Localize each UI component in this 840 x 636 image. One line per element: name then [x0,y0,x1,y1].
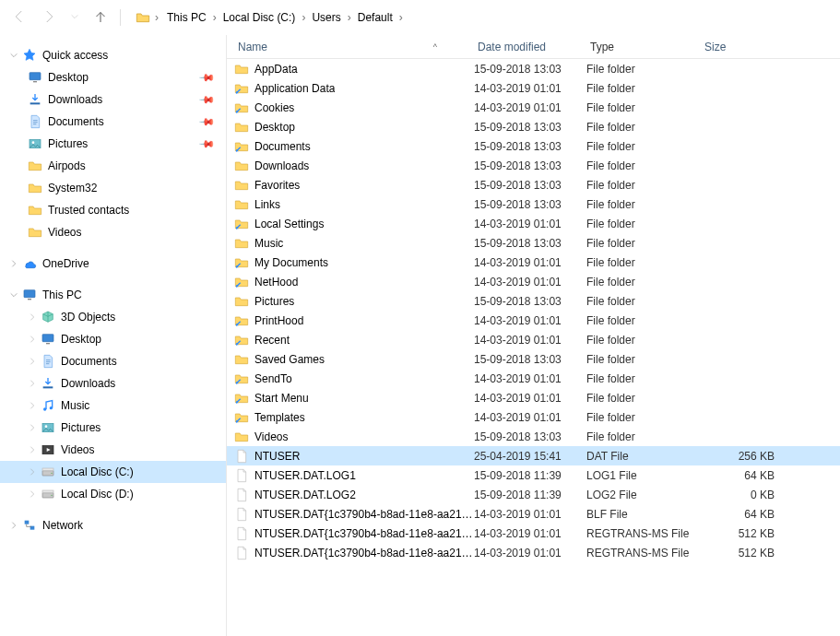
file-row[interactable]: Desktop15-09-2018 13:03File folder [227,117,840,136]
sidebar-item-label: Local Disc (C:) [59,465,134,478]
breadcrumb[interactable]: › This PC›Local Disc (C:)›Users›Default› [132,6,829,29]
caret-right-icon[interactable] [28,312,37,322]
file-pane: Name ^ Date modified Type Size AppData15… [227,35,840,636]
file-row[interactable]: NetHood14-03-2019 01:01File folder [227,272,840,291]
file-row[interactable]: NTUSER.DAT.LOG115-09-2018 11:39LOG1 File… [227,465,840,485]
sidebar-item[interactable]: Airpods [0,155,226,177]
sidebar-item[interactable]: Videos [0,439,226,461]
file-row[interactable]: Pictures15-09-2018 13:03File folder [227,291,840,311]
file-row[interactable]: NTUSER.DAT{1c3790b4-b8ad-11e8-aa21-...14… [227,543,840,562]
caret-right-icon[interactable] [9,259,18,268]
file-row[interactable]: Saved Games15-09-2018 13:03File folder [227,349,840,369]
file-name: SendTo [254,372,292,385]
file-row[interactable]: Start Menu14-03-2019 01:01File folder [227,388,840,407]
caret-down-icon[interactable] [9,290,18,300]
breadcrumb-item[interactable]: Local Disc (C:) [219,9,300,26]
sidebar-item[interactable]: Downloads [0,372,226,395]
file-row[interactable]: NTUSER.DAT.LOG215-09-2018 11:39LOG2 File… [227,485,840,504]
caret-right-icon[interactable] [28,423,37,432]
sidebar-item[interactable]: 3D Objects [0,306,226,328]
recent-menu[interactable] [70,11,79,24]
file-name: My Documents [254,256,328,269]
file-row[interactable]: NTUSER25-04-2019 15:41DAT File256 KB [227,446,840,465]
chevron-right-icon[interactable]: › [396,11,406,24]
file-row[interactable]: Local Settings14-03-2019 01:01File folde… [227,214,840,233]
caret-right-icon[interactable] [28,467,37,477]
breadcrumb-item[interactable]: Default [354,9,396,26]
chevron-right-icon[interactable]: › [345,11,354,24]
caret-right-icon[interactable] [9,521,18,530]
caret-right-icon[interactable] [28,489,37,499]
file-type: File folder [586,256,701,269]
file-list[interactable]: AppData15-09-2018 13:03File folderApplic… [227,59,840,562]
nav-buttons [11,8,109,28]
folder-icon [234,178,249,193]
sidebar-item[interactable]: Desktop [0,328,226,350]
chevron-right-icon[interactable]: › [152,11,161,24]
file-row[interactable]: Videos15-09-2018 13:03File folder [227,427,840,446]
back-button[interactable] [11,8,28,28]
file-name: NTUSER.DAT{1c3790b4-b8ad-11e8-aa21-... [254,527,474,540]
file-row[interactable]: Favorites15-09-2018 13:03File folder [227,175,840,194]
music-icon [41,398,55,413]
file-row[interactable]: My Documents14-03-2019 01:01File folder [227,253,840,272]
file-name: NTUSER.DAT.LOG1 [254,469,356,482]
desktop-icon [28,70,42,85]
sidebar-item[interactable]: Downloads📌 [0,88,226,111]
column-header-type[interactable]: Type [586,35,701,58]
file-row[interactable]: Templates14-03-2019 01:01File folder [227,407,840,427]
up-button[interactable] [92,8,109,28]
file-row[interactable]: Links15-09-2018 13:03File folder [227,194,840,214]
sidebar-quick-access[interactable]: Quick access [0,44,226,66]
chevron-right-icon[interactable]: › [210,11,219,24]
caret-right-icon[interactable] [28,401,37,410]
sidebar-network[interactable]: Network [0,514,226,536]
file-row[interactable]: SendTo14-03-2019 01:01File folder [227,369,840,388]
svg-rect-2 [30,102,41,104]
sidebar-item[interactable]: Local Disc (C:) [0,461,226,483]
sidebar-item[interactable]: Trusted contacts [0,199,226,221]
column-header-date[interactable]: Date modified [474,35,586,58]
caret-right-icon[interactable] [28,357,37,366]
sidebar-item[interactable]: Pictures📌 [0,133,226,155]
sidebar-item[interactable]: System32 [0,177,226,199]
document-icon [41,354,55,369]
file-name: Application Data [254,82,335,95]
chevron-right-icon[interactable]: › [299,11,308,24]
sidebar-item[interactable]: Documents📌 [0,111,226,133]
breadcrumb-item[interactable]: Users [308,9,344,26]
file-row[interactable]: NTUSER.DAT{1c3790b4-b8ad-11e8-aa21-...14… [227,504,840,524]
file-row[interactable]: Downloads15-09-2018 13:03File folder [227,156,840,175]
file-row[interactable]: Cookies14-03-2019 01:01File folder [227,98,840,117]
sidebar[interactable]: Quick access Desktop📌Downloads📌Documents… [0,35,227,636]
column-header-name[interactable]: Name ^ [234,35,474,58]
sidebar-item[interactable]: Documents [0,350,226,372]
file-row[interactable]: Recent14-03-2019 01:01File folder [227,330,840,349]
sidebar-item[interactable]: Pictures [0,417,226,439]
file-row[interactable]: Application Data14-03-2019 01:01File fol… [227,78,840,98]
file-row[interactable]: Documents15-09-2018 13:03File folder [227,136,840,156]
svg-rect-6 [28,299,31,300]
sidebar-item[interactable]: Videos [0,221,226,243]
forward-button[interactable] [41,8,57,28]
caret-down-icon[interactable] [9,51,18,60]
sidebar-item[interactable]: Music [0,395,226,417]
file-row[interactable]: NTUSER.DAT{1c3790b4-b8ad-11e8-aa21-...14… [227,524,840,543]
file-row[interactable]: PrintHood14-03-2019 01:01File folder [227,311,840,330]
caret-right-icon[interactable] [28,335,37,344]
sidebar-this-pc[interactable]: This PC [0,284,226,306]
file-date: 15-09-2018 13:03 [474,237,586,250]
caret-right-icon[interactable] [28,379,37,388]
file-type: File folder [586,101,701,114]
sidebar-item[interactable]: Desktop📌 [0,66,226,88]
file-name: Favorites [254,179,300,192]
sidebar-onedrive[interactable]: OneDrive [0,253,226,275]
file-type: File folder [586,353,701,366]
file-row[interactable]: AppData15-09-2018 13:03File folder [227,59,840,78]
caret-right-icon[interactable] [28,445,37,454]
breadcrumb-item[interactable]: This PC [163,9,210,26]
file-row[interactable]: Music15-09-2018 13:03File folder [227,233,840,253]
column-headers: Name ^ Date modified Type Size [227,35,840,59]
sidebar-item[interactable]: Local Disc (D:) [0,483,226,505]
column-header-size[interactable]: Size [701,35,784,58]
